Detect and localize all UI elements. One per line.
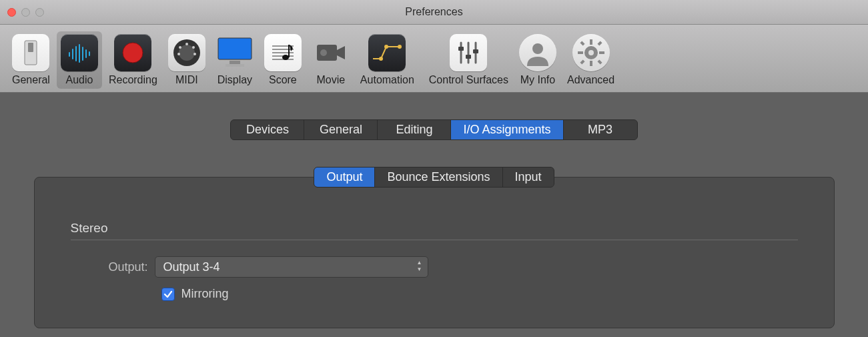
minimize-window-button[interactable]	[21, 8, 30, 17]
score-icon	[264, 34, 302, 71]
person-icon	[519, 34, 556, 71]
mirroring-row: Mirroring	[71, 287, 798, 301]
svg-point-30	[379, 57, 383, 61]
svg-rect-45	[580, 41, 584, 45]
toolbar-label: My Info	[520, 74, 555, 86]
section-title-stereo: Stereo	[71, 221, 798, 240]
output-row: Output: Output 3-4 ▲▼	[71, 256, 798, 278]
svg-rect-36	[458, 47, 464, 51]
general-icon	[12, 34, 49, 71]
toolbar-label: Movie	[317, 74, 346, 86]
audio-icon	[61, 34, 98, 71]
toolbar-label: Display	[218, 74, 252, 86]
toolbar-label: Advanced	[567, 74, 614, 86]
io-subtabs: Output Bounce Extensions Input	[314, 167, 554, 188]
content-area: Devices General Editing I/O Assignments …	[0, 93, 868, 328]
svg-point-26	[282, 55, 289, 60]
toolbar-label: Score	[269, 74, 297, 86]
record-icon	[114, 34, 151, 71]
svg-point-17	[193, 53, 196, 55]
toolbar-item-recording[interactable]: Recording	[105, 31, 161, 89]
output-label: Output:	[71, 260, 155, 274]
svg-rect-47	[580, 59, 584, 64]
tab-mp3[interactable]: MP3	[564, 120, 637, 139]
toolbar-item-audio[interactable]: Audio	[57, 31, 102, 89]
automation-icon	[368, 34, 406, 71]
svg-point-49	[588, 50, 594, 55]
toolbar-item-movie[interactable]: Movie	[308, 31, 354, 89]
svg-rect-20	[226, 64, 244, 67]
output-select-value: Output 3-4	[163, 260, 220, 274]
toolbar-item-control-surfaces[interactable]: Control Surfaces	[425, 31, 512, 89]
svg-point-31	[384, 45, 388, 49]
tab-general[interactable]: General	[304, 120, 378, 139]
svg-point-29	[320, 49, 327, 56]
svg-rect-27	[288, 45, 290, 57]
svg-point-14	[179, 46, 181, 49]
toolbar-item-midi[interactable]: MIDI	[164, 31, 209, 89]
svg-point-32	[398, 45, 402, 49]
svg-rect-18	[218, 38, 252, 59]
toolbar-label: General	[12, 74, 50, 86]
svg-point-39	[532, 43, 543, 54]
close-window-button[interactable]	[7, 8, 16, 17]
toolbar-item-advanced[interactable]: Advanced	[563, 31, 618, 89]
svg-rect-43	[578, 51, 583, 54]
checkmark-icon	[163, 290, 173, 299]
control-surfaces-icon	[450, 34, 487, 71]
svg-rect-38	[473, 49, 478, 53]
toolbar-label: Control Surfaces	[429, 74, 508, 86]
toolbar-label: Automation	[360, 74, 414, 86]
svg-rect-37	[466, 55, 471, 59]
zoom-window-button[interactable]	[35, 8, 44, 17]
svg-point-13	[185, 43, 188, 45]
output-select[interactable]: Output 3-4 ▲▼	[155, 256, 428, 278]
svg-rect-41	[590, 39, 592, 45]
subtab-input[interactable]: Input	[503, 167, 554, 187]
toolbar-item-display[interactable]: Display	[212, 31, 258, 89]
toolbar-label: Recording	[109, 74, 157, 86]
audio-tabs: Devices General Editing I/O Assignments …	[230, 119, 637, 140]
svg-rect-42	[590, 61, 592, 66]
window-controls	[0, 8, 44, 17]
preferences-toolbar: General Audio Recording MIDI	[0, 25, 868, 93]
subtab-output[interactable]: Output	[314, 167, 375, 187]
toolbar-item-my-info[interactable]: My Info	[515, 31, 560, 89]
window-title: Preferences	[0, 6, 868, 18]
toolbar-label: MIDI	[175, 74, 198, 86]
svg-rect-46	[597, 41, 602, 45]
select-chevrons-icon: ▲▼	[417, 260, 422, 273]
svg-rect-1	[28, 43, 33, 52]
toolbar-item-automation[interactable]: Automation	[356, 31, 418, 89]
svg-rect-19	[230, 61, 240, 64]
tab-editing[interactable]: Editing	[378, 120, 451, 139]
toolbar-item-general[interactable]: General	[8, 31, 54, 89]
tab-io-assignments[interactable]: I/O Assignments	[451, 120, 563, 139]
mirroring-label: Mirroring	[181, 287, 229, 301]
gear-icon	[572, 34, 610, 71]
subtab-bounce-extensions[interactable]: Bounce Extensions	[375, 167, 502, 187]
midi-icon	[168, 34, 205, 71]
svg-point-15	[192, 46, 195, 49]
io-assignments-panel: Output Bounce Extensions Input Stereo Ou…	[34, 177, 835, 328]
mirroring-checkbox[interactable]	[161, 288, 175, 301]
svg-rect-48	[597, 59, 602, 64]
window-titlebar: Preferences	[0, 0, 868, 25]
tab-devices[interactable]: Devices	[231, 120, 304, 139]
svg-rect-44	[599, 51, 604, 54]
svg-point-16	[177, 53, 180, 55]
toolbar-label: Audio	[65, 74, 93, 86]
movie-icon	[312, 34, 350, 71]
display-icon	[216, 34, 254, 71]
toolbar-item-score[interactable]: Score	[260, 31, 306, 89]
